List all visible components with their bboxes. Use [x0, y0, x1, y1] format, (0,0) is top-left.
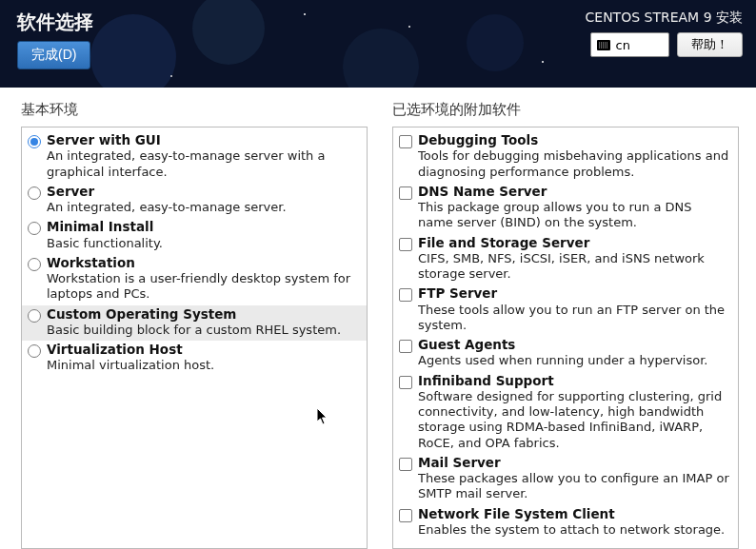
keyboard-layout-label: cn [616, 38, 630, 52]
env-item[interactable]: Minimal InstallBasic functionality. [22, 218, 367, 254]
addon-item-desc: This package group allows you to run a D… [418, 200, 692, 229]
addon-item-desc: Agents used when running under a hypervi… [418, 353, 707, 367]
env-item[interactable]: WorkstationWorkstation is a user-friendl… [22, 254, 367, 305]
radio-icon[interactable] [28, 222, 41, 235]
addon-item-label: File and Storage Server [418, 235, 589, 250]
env-item[interactable]: Custom Operating SystemBasic building bl… [22, 305, 367, 342]
radio-icon[interactable] [28, 135, 41, 148]
addons-list[interactable]: Debugging ToolsTools for debugging misbe… [392, 127, 739, 549]
addon-item-label: FTP Server [418, 285, 497, 301]
addon-item[interactable]: Network File System ClientEnables the sy… [393, 505, 738, 541]
keyboard-icon [597, 40, 610, 50]
addon-item[interactable]: Infiniband SupportSoftware designed for … [393, 372, 738, 454]
env-item-desc: Basic building block for a custom RHEL s… [47, 323, 341, 337]
header: 软件选择 完成(D) CENTOS STREAM 9 安装 cn 帮助！ [0, 0, 756, 88]
addon-item-label: Mail Server [418, 455, 501, 470]
addon-item-desc: Software designed for supporting cluster… [418, 389, 722, 450]
addon-item-desc: These tools allow you to run an FTP serv… [418, 303, 725, 332]
env-item-desc: Minimal virtualization host. [47, 358, 214, 372]
env-item-label: Minimal Install [47, 219, 153, 234]
addon-item[interactable]: FTP ServerThese tools allow you to run a… [393, 284, 738, 336]
install-title: CENTOS STREAM 9 安装 [586, 10, 743, 27]
addon-item-label: Guest Agents [418, 337, 515, 352]
addon-item[interactable]: File and Storage ServerCIFS, SMB, NFS, i… [393, 234, 738, 285]
env-item-label: Custom Operating System [47, 306, 236, 322]
addon-item[interactable]: Debugging ToolsTools for debugging misbe… [393, 131, 738, 183]
env-item-label: Workstation [47, 255, 135, 270]
addon-item[interactable]: DNS Name ServerThis package group allows… [393, 183, 738, 234]
done-button[interactable]: 完成(D) [17, 41, 90, 69]
addons-column: 已选环境的附加软件 Debugging ToolsTools for debug… [392, 101, 739, 549]
env-item-desc: An integrated, easy-to-manage server wit… [47, 148, 325, 178]
env-item-desc: An integrated, easy-to-manage server. [47, 200, 287, 214]
checkbox-icon[interactable] [399, 135, 412, 148]
header-right: CENTOS STREAM 9 安装 cn 帮助！ [586, 10, 743, 57]
radio-icon[interactable] [28, 309, 41, 323]
radio-icon[interactable] [28, 186, 41, 200]
base-environment-list[interactable]: Server with GUIAn integrated, easy-to-ma… [21, 127, 368, 549]
env-item-label: Virtualization Host [47, 342, 183, 357]
env-item-desc: Basic functionality. [47, 236, 163, 250]
radio-icon[interactable] [28, 344, 41, 358]
env-item[interactable]: Server with GUIAn integrated, easy-to-ma… [22, 131, 367, 183]
env-item-desc: Workstation is a user-friendly desktop s… [47, 271, 350, 301]
base-environment-title: 基本环境 [21, 101, 368, 119]
addon-item-label: Infiniband Support [418, 373, 554, 388]
checkbox-icon[interactable] [399, 186, 412, 200]
env-item-label: Server [47, 184, 94, 199]
content: 基本环境 Server with GUIAn integrated, easy-… [0, 88, 756, 549]
addon-item-desc: CIFS, SMB, NFS, iSCSI, iSER, and iSNS ne… [418, 251, 705, 281]
checkbox-icon[interactable] [399, 376, 412, 389]
addon-item-label: DNS Name Server [418, 184, 547, 199]
radio-icon[interactable] [28, 258, 41, 271]
base-environment-column: 基本环境 Server with GUIAn integrated, easy-… [21, 101, 368, 549]
addon-item[interactable]: Guest AgentsAgents used when running und… [393, 336, 738, 372]
addon-item-desc: Tools for debugging misbehaving applicat… [418, 148, 728, 178]
addon-item-label: Network File System Client [418, 506, 615, 521]
addon-item-desc: Enables the system to attach to network … [418, 522, 725, 537]
keyboard-layout-selector[interactable]: cn [590, 32, 669, 57]
addon-item-label: Debugging Tools [418, 132, 538, 147]
checkbox-icon[interactable] [399, 238, 412, 251]
help-button[interactable]: 帮助！ [677, 32, 743, 57]
checkbox-icon[interactable] [399, 340, 412, 353]
addon-item-desc: These packages allow you to configure an… [418, 471, 729, 500]
addon-item[interactable]: Mail ServerThese packages allow you to c… [393, 454, 738, 505]
addons-title: 已选环境的附加软件 [392, 101, 739, 119]
checkbox-icon[interactable] [399, 509, 412, 522]
env-item[interactable]: ServerAn integrated, easy-to-manage serv… [22, 183, 367, 219]
env-item-label: Server with GUI [47, 132, 161, 147]
checkbox-icon[interactable] [399, 458, 412, 471]
env-item[interactable]: Virtualization HostMinimal virtualizatio… [22, 341, 367, 377]
checkbox-icon[interactable] [399, 288, 412, 302]
